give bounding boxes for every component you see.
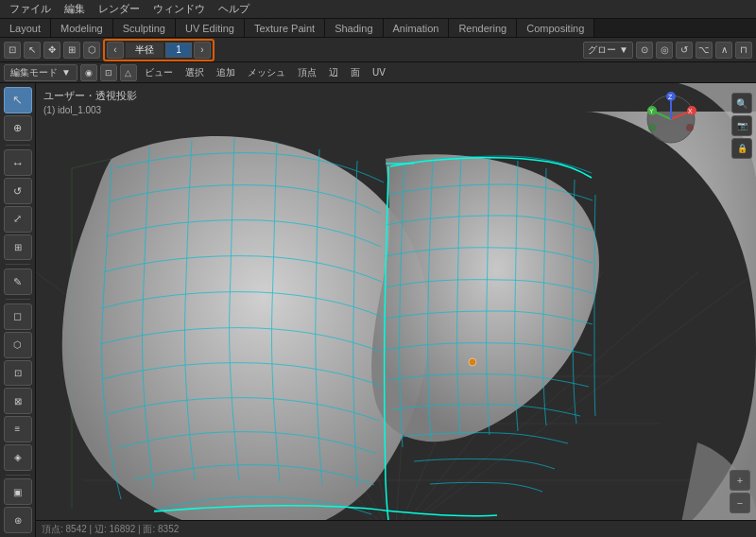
svg-text:X: X <box>688 108 693 114</box>
extrude-tool-btn[interactable]: ◻ <box>4 303 32 330</box>
lock-btn[interactable]: 🔒 <box>731 138 752 159</box>
menu-window[interactable]: ウィンドウ <box>147 0 211 18</box>
separator-4 <box>6 475 30 476</box>
snap-icon[interactable]: ⊙ <box>636 42 653 59</box>
main-area: ↖ ⊕ ↔ ↺ ⤢ ⊞ ✎ ◻ ⬡ ⊡ ⊠ ≡ ◈ ▣ ⊛ <box>0 83 756 537</box>
rotate-tool-btn[interactable]: ↺ <box>4 178 32 204</box>
status-text: 頂点: 8542 | 辺: 16892 | 面: 8352 <box>42 523 179 536</box>
grab-icon[interactable]: ✥ <box>43 42 60 59</box>
bevel-tool-btn[interactable]: ⊡ <box>4 360 32 387</box>
menu-edit[interactable]: 編集 <box>59 0 91 18</box>
right-tools: グロー ▼ ⊙ ◎ ↺ ⌥ ∧ ⊓ <box>583 42 752 59</box>
tab-layout[interactable]: Layout <box>0 19 51 37</box>
header-add[interactable]: 追加 <box>212 64 240 81</box>
options-icon[interactable]: ⌥ <box>696 42 713 59</box>
zoom-in-btn[interactable]: 🔍 <box>731 93 752 113</box>
header-row: 編集モード ▼ ◉ ⊡ △ ビュー 選択 追加 メッシュ 頂点 辺 面 UV <box>0 62 756 83</box>
tab-uv-editing[interactable]: UV Editing <box>176 19 245 37</box>
tab-texture-paint[interactable]: Texture Paint <box>245 19 325 37</box>
svg-point-31 <box>648 124 656 131</box>
tab-compositing[interactable]: Compositing <box>517 19 594 37</box>
cursor-tool-btn[interactable]: ⊕ <box>4 115 32 142</box>
top-menubar: ファイル 編集 レンダー ウィンドウ ヘルプ <box>0 0 756 19</box>
undo-icon[interactable]: ↺ <box>676 42 693 59</box>
offset-edge-tool-btn[interactable]: ≡ <box>4 416 32 442</box>
select-box-icon[interactable]: ⊡ <box>4 42 21 59</box>
header-vertex[interactable]: 頂点 <box>293 64 321 81</box>
separator-2 <box>6 264 30 265</box>
tab-animation[interactable]: Animation <box>384 19 450 37</box>
mode-icon-1[interactable]: ◉ <box>80 64 97 81</box>
loop-cut-tool-btn[interactable]: ⊠ <box>4 388 32 414</box>
prev-icon[interactable]: ‹ <box>107 42 124 59</box>
header-mesh[interactable]: メッシュ <box>243 64 290 81</box>
tab-shading[interactable]: Shading <box>325 19 383 37</box>
knife-tool-btn[interactable]: ◈ <box>4 444 32 471</box>
mode-icon-3[interactable]: △ <box>120 64 137 81</box>
toolbar-row: ⊡ ↖ ✥ ⊞ ⬡ ‹ 1 › グロー ▼ ⊙ ◎ ↺ ⌥ ∧ ⊓ <box>0 38 756 62</box>
tab-rendering[interactable]: Rendering <box>449 19 517 37</box>
radius-value-field[interactable]: 1 <box>165 43 192 58</box>
header-face[interactable]: 面 <box>346 64 365 81</box>
svg-point-32 <box>686 124 694 131</box>
edit-mode-select[interactable]: 編集モード ▼ <box>4 64 77 81</box>
camera-btn[interactable]: 📷 <box>731 115 752 136</box>
workspace-tabs: Layout Modeling Sculpting UV Editing Tex… <box>0 19 756 38</box>
cursor-icon[interactable]: ↖ <box>24 42 41 59</box>
header-select[interactable]: 選択 <box>180 64 209 81</box>
radius-group: ‹ 1 › <box>103 39 215 61</box>
tab-sculpting[interactable]: Sculpting <box>113 19 176 37</box>
axis-widget[interactable]: X Y Z <box>643 91 699 147</box>
poly-build-tool-btn[interactable]: ▣ <box>4 478 32 505</box>
nav-buttons: + − <box>730 470 750 513</box>
menu-render[interactable]: レンダー <box>93 0 146 18</box>
viewport-icon[interactable]: ∧ <box>715 42 732 59</box>
radius-input[interactable] <box>126 43 163 58</box>
menu-help[interactable]: ヘルプ <box>213 0 255 18</box>
separator-3 <box>6 299 30 300</box>
header-view[interactable]: ビュー <box>140 64 178 81</box>
tab-modeling[interactable]: Modeling <box>51 19 113 37</box>
viewport-right-toolbar: 🔍 📷 🔒 <box>731 93 752 159</box>
mesh-viewport <box>36 83 756 537</box>
status-bar: 頂点: 8542 | 辺: 16892 | 面: 8352 <box>36 520 756 537</box>
left-toolbar: ↖ ⊕ ↔ ↺ ⤢ ⊞ ✎ ◻ ⬡ ⊡ ⊠ ≡ ◈ ▣ ⊛ <box>0 83 36 537</box>
viewport[interactable]: ユーザー・透視投影 (1) idol_1.003 X Y Z <box>36 83 756 537</box>
overlay-icon[interactable]: ⊓ <box>735 42 752 59</box>
svg-point-18 <box>469 358 476 366</box>
svg-text:Y: Y <box>649 108 654 114</box>
proportional-icon[interactable]: ◎ <box>656 42 673 59</box>
loop-icon[interactable]: ⬡ <box>83 42 100 59</box>
move-tool-btn[interactable]: ↔ <box>4 149 32 176</box>
next-icon[interactable]: › <box>194 42 211 59</box>
mesh-select-icon[interactable]: ⊞ <box>63 42 80 59</box>
header-edge[interactable]: 辺 <box>324 64 343 81</box>
mode-icon-2[interactable]: ⊡ <box>100 64 117 81</box>
spin-tool-btn[interactable]: ⊛ <box>4 507 32 533</box>
header-uv[interactable]: UV <box>368 65 390 79</box>
separator-1 <box>6 145 30 146</box>
annotate-tool-btn[interactable]: ✎ <box>4 268 32 295</box>
select-tool-btn[interactable]: ↖ <box>4 87 32 113</box>
zoom-out-nav-btn[interactable]: − <box>730 493 750 513</box>
menu-file[interactable]: ファイル <box>4 0 57 18</box>
transform-tool-btn[interactable]: ⊞ <box>4 234 32 261</box>
scale-tool-btn[interactable]: ⤢ <box>4 206 32 233</box>
svg-text:Z: Z <box>668 94 673 100</box>
glow-dropdown[interactable]: グロー ▼ <box>583 42 633 59</box>
inset-tool-btn[interactable]: ⬡ <box>4 332 32 358</box>
zoom-in-nav-btn[interactable]: + <box>730 470 750 491</box>
